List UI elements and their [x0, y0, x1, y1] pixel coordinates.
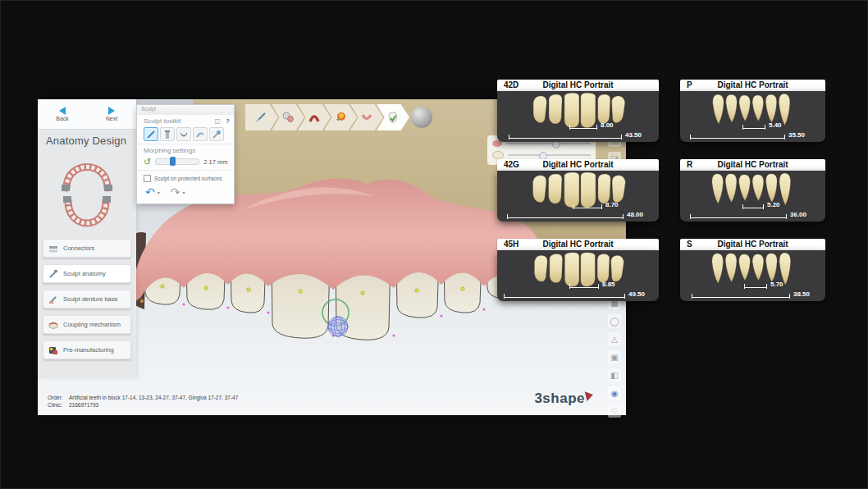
card-header: 42D Digital HC Portrait — [497, 80, 659, 91]
undo-dropdown-icon[interactable]: ▾ — [158, 190, 160, 195]
morph-controls: ↺ 2.17 mm — [137, 156, 234, 168]
setup-slider[interactable] — [508, 154, 591, 156]
protected-surfaces-row: Sculpt on protected surfaces — [137, 170, 234, 184]
orbit-view-button[interactable] — [411, 107, 432, 128]
sidebar-item-label: Connectors — [63, 244, 94, 252]
mould-card-45h[interactable]: 45H Digital HC Portrait 8.85 49.50 — [497, 239, 659, 301]
snapshot-icon[interactable]: ◫ — [214, 117, 221, 125]
next-label: Next — [106, 116, 117, 121]
help-icon[interactable]: ? — [226, 117, 230, 125]
chat-icon[interactable]: ♡ — [608, 404, 621, 418]
reset-icon[interactable]: ↺ — [144, 158, 151, 166]
pre-manufacturing-icon — [48, 345, 58, 355]
sidebar-item-sculpt-anatomy[interactable]: Sculpt anatomy — [43, 264, 131, 283]
mould-card-s[interactable]: S Digital HC Portrait 5.70 38.50 — [680, 239, 825, 301]
card-body: 8.00 43.50 — [497, 91, 659, 142]
mould-card-r[interactable]: R Digital HC Portrait 5.20 36.00 — [680, 159, 825, 222]
morph-value: 2.17 mm — [203, 158, 227, 166]
sidebar-item-connectors[interactable]: Connectors — [43, 239, 131, 258]
logo-text: 3shape — [534, 391, 585, 407]
redo-button[interactable]: ↷ — [171, 187, 180, 197]
mould-card-p[interactable]: P Digital HC Portrait 5.40 35.50 — [680, 80, 825, 142]
sidebar-item-coupling-mechanism[interactable]: Coupling mechanism — [43, 315, 131, 334]
next-button[interactable]: Next — [87, 99, 136, 129]
wax-knife-icon — [255, 112, 268, 123]
card-body: 8.85 49.50 — [497, 250, 659, 301]
order-info: Order:Artificial teeth in block 17-14, 1… — [48, 394, 238, 409]
page-title: Anatomy Design — [38, 130, 136, 149]
sidebar-item-sculpt-denture-base[interactable]: Sculpt denture base — [43, 290, 131, 308]
sidebar-item-label: Sculpt denture base — [63, 295, 118, 303]
wax-knife-step-button[interactable] — [245, 104, 278, 130]
morph-tool-icon — [212, 130, 222, 139]
mould-title: Digital HC Portrait — [680, 80, 825, 89]
width-ruler: 5.20 — [742, 203, 780, 208]
clinic-label: Clinic: — [48, 401, 69, 409]
upper-arch-icon — [308, 112, 321, 123]
protected-surfaces-checkbox[interactable] — [144, 175, 151, 182]
tooth-shade-icon — [334, 112, 347, 123]
slider-thumb[interactable] — [170, 157, 176, 166]
card-header: P Digital HC Portrait — [680, 80, 825, 91]
sculpt-tools — [137, 126, 234, 144]
globe-icon[interactable]: ◉ — [608, 386, 621, 400]
width-ruler: 5.40 — [742, 123, 782, 129]
mould-card-42g[interactable]: 42G Digital HC Portrait 8.70 48.00 — [497, 159, 659, 222]
sculpt-anatomy-icon — [48, 269, 58, 279]
length-ruler: 38.50 — [692, 292, 810, 298]
lower-teeth-preview — [710, 93, 796, 127]
logo-triangle-icon — [585, 390, 595, 401]
approve-teeth-icon — [386, 112, 400, 124]
wax-knife-tool-icon — [146, 130, 156, 139]
back-label: Back — [56, 116, 69, 121]
add-material-tool-icon — [162, 130, 172, 139]
connectors-icon — [48, 244, 58, 254]
dental-arch-diagram[interactable] — [52, 150, 122, 235]
smooth-tool-icon — [195, 130, 205, 139]
add-material-tool-button[interactable] — [160, 127, 175, 141]
length-ruler: 49.50 — [504, 292, 645, 298]
carve-tool-button[interactable] — [176, 127, 191, 141]
sculpt-panel: Sculpt Sculpt toolkit ◫ ? Morphing setti… — [136, 104, 235, 204]
sidebar-item-label: Sculpt anatomy — [63, 270, 106, 277]
camera-icon[interactable]: ◧ — [608, 368, 621, 382]
card-body: 8.70 48.00 — [497, 171, 659, 222]
card-body: 5.70 38.50 — [680, 250, 825, 301]
length-ruler: 43.50 — [509, 133, 642, 139]
wax-knife-tool-button[interactable] — [144, 127, 158, 141]
order-label: Order: — [48, 394, 69, 401]
redo-dropdown-icon[interactable]: ▾ — [182, 190, 185, 195]
prism-icon[interactable]: △ — [608, 332, 621, 345]
undo-button[interactable]: ↶ — [145, 187, 155, 197]
width-ruler: 8.70 — [573, 203, 619, 208]
mould-title: Digital HC Portrait — [497, 160, 659, 169]
protected-surfaces-label: Sculpt on protected surfaces — [154, 176, 222, 181]
sidebar-item-label: Coupling mechanism — [63, 321, 121, 328]
setup-slider[interactable] — [506, 143, 591, 144]
order-text: Artificial teeth in block 17-14, 13-23, … — [69, 395, 238, 400]
tooth-thumb-icon — [492, 151, 504, 159]
desktop: { "window": { "nav": { "back": "Back", "… — [0, 0, 868, 489]
sculpt-denture-base-icon — [48, 295, 58, 304]
mould-title: Digital HC Portrait — [497, 80, 659, 89]
morph-radius-slider[interactable] — [155, 158, 199, 165]
coupling-mechanism-icon — [48, 320, 58, 330]
width-ruler: 8.00 — [569, 123, 614, 129]
width-ruler: 8.85 — [569, 282, 615, 288]
mould-title: Digital HC Portrait — [680, 240, 825, 249]
card-header: 42G Digital HC Portrait — [497, 159, 659, 171]
morph-tool-button[interactable] — [209, 127, 224, 141]
frame-icon[interactable]: ▣ — [608, 350, 621, 363]
carve-tool-icon — [179, 130, 189, 139]
sphere-icon[interactable]: ◯ — [608, 314, 621, 327]
sidebar-item-pre-manufacturing[interactable]: Pre-manufacturing — [43, 340, 131, 359]
card-body: 5.40 35.50 — [680, 91, 825, 142]
clinic-value: 2166971793 — [69, 402, 98, 408]
mould-title: Digital HC Portrait — [497, 240, 659, 249]
card-body: 5.20 36.00 — [680, 171, 825, 222]
mould-card-42d[interactable]: 42D Digital HC Portrait 8.00 43.50 — [497, 80, 659, 142]
smooth-tool-button[interactable] — [193, 127, 208, 141]
back-button[interactable]: Back — [38, 99, 87, 129]
sidebar-item-label: Pre-manufacturing — [63, 346, 114, 354]
scans-icon — [281, 112, 295, 123]
